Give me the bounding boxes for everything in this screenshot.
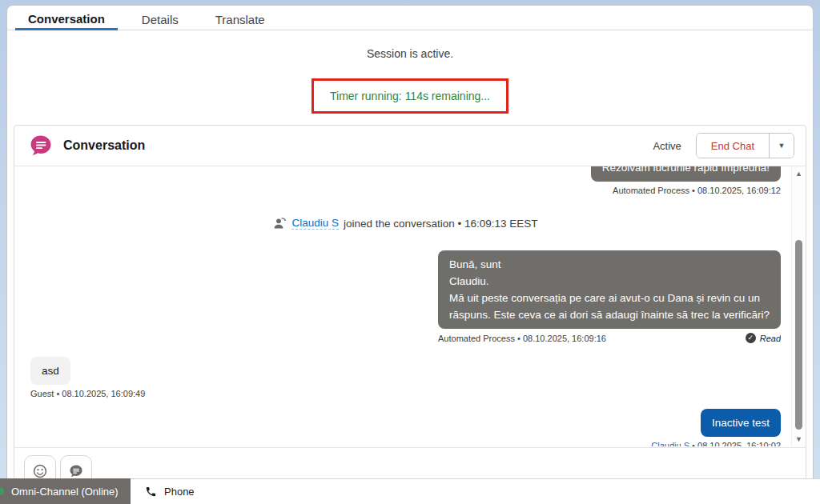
phone-label: Phone: [164, 486, 195, 498]
message-meta: Automated Process • 08.10.2025, 16:09:12: [613, 186, 781, 195]
omni-channel-label: Omni-Channel (Online): [11, 486, 119, 498]
message-meta-time: • 08.10.2025, 16:10:02: [689, 441, 781, 446]
chevron-down-icon: ▼: [778, 142, 786, 150]
vertical-scrollbar[interactable]: ▲ ▼: [791, 166, 806, 446]
scroll-down-arrow[interactable]: ▼: [792, 435, 806, 443]
screen: Conversation Details Translate Session i…: [0, 0, 820, 504]
agent-message-bubble: Rezolvăm lucrurile rapid împreună!: [591, 166, 781, 182]
timer-text: Timer running: 114s remaining...: [330, 90, 490, 102]
message-area: Rezolvăm lucrurile rapid împreună! Autom…: [14, 166, 806, 446]
message-agent-intro: Bună, sunt Claudiu. Mă uit peste convers…: [30, 250, 781, 343]
tab-bar: Conversation Details Translate: [7, 6, 813, 30]
phone-tab[interactable]: Phone: [131, 478, 820, 504]
utility-bar: Omni-Channel (Online) Phone: [0, 478, 820, 504]
message-list: Rezolvăm lucrurile rapid împreună! Autom…: [30, 166, 781, 446]
chat-status-label: Active: [653, 140, 681, 152]
tab-conversation[interactable]: Conversation: [15, 9, 118, 30]
message-guest: asd Guest • 08.10.2025, 16:09:49: [30, 357, 781, 398]
user-link[interactable]: Claudiu S: [651, 441, 689, 446]
user-link[interactable]: Claudiu S: [291, 217, 339, 230]
tab-translate[interactable]: Translate: [203, 10, 278, 30]
person-join-icon: [273, 217, 287, 230]
messaging-icon: [29, 134, 53, 158]
scroll-up-arrow[interactable]: ▲: [792, 170, 806, 178]
session-status-text: Session is active.: [7, 47, 813, 60]
message-meta: Claudiu S • 08.10.2025, 16:10:02: [651, 441, 781, 446]
guest-message-bubble: asd: [30, 357, 70, 385]
conversation-title: Conversation: [63, 138, 145, 153]
scrollbar-thumb[interactable]: [795, 240, 802, 430]
outbound-message-bubble: Inactive test: [701, 409, 781, 437]
read-check-icon: ✓: [746, 333, 756, 343]
end-chat-dropdown-button[interactable]: ▼: [769, 134, 794, 158]
message-meta: Automated Process • 08.10.2025, 16:09:16: [438, 334, 606, 343]
message-meta: Guest • 08.10.2025, 16:09:49: [30, 389, 145, 398]
join-event-row: Claudiu S joined the conversation • 16:0…: [30, 217, 781, 230]
join-event-text: joined the conversation • 16:09:13 EEST: [344, 218, 538, 230]
message-meta-row: Automated Process • 08.10.2025, 16:09:16…: [438, 333, 781, 343]
omni-channel-tab[interactable]: Omni-Channel (Online): [0, 478, 131, 504]
emoji-icon: [33, 464, 47, 478]
tab-details[interactable]: Details: [129, 10, 191, 30]
agent-message-bubble: Bună, sunt Claudiu. Mă uit peste convers…: [438, 250, 781, 329]
phone-icon: [145, 486, 157, 498]
end-chat-button-group: End Chat ▼: [696, 133, 794, 158]
message-agent-clipped: Rezolvăm lucrurile rapid împreună! Autom…: [30, 166, 781, 195]
online-presence-dot: [0, 488, 4, 495]
conversation-card-header: Conversation Active End Chat ▼: [14, 126, 806, 166]
main-panel: Conversation Details Translate Session i…: [6, 5, 814, 504]
timer-annotation-box: Timer running: 114s remaining...: [312, 78, 508, 114]
conversation-card: Conversation Active End Chat ▼ Rezolvăm …: [14, 125, 806, 504]
read-receipt: ✓ Read: [746, 333, 781, 343]
quick-text-icon: [69, 464, 83, 478]
message-outbound: Inactive test Claudiu S • 08.10.2025, 16…: [30, 409, 781, 446]
end-chat-button[interactable]: End Chat: [697, 134, 769, 158]
read-label: Read: [760, 334, 781, 343]
